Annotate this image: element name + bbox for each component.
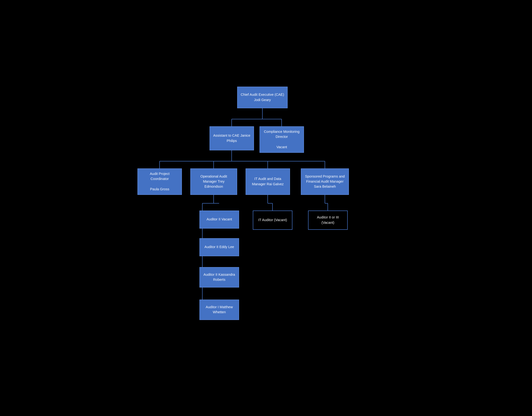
auditor2-kassandra-label: Auditor II Kassandra Roberts	[203, 272, 236, 282]
audit-coordinator-label: Audit Project CoordinatorPaula Gross	[141, 171, 179, 191]
operational-audit-label: Operational Audit Manager Trey Edmondson	[194, 174, 234, 189]
sponsored-label: Sponsored Programs and Financial Audit M…	[304, 174, 346, 189]
auditor23-vacant-node: Auditor II or III (Vacant)	[308, 210, 348, 230]
connector-lines	[128, 82, 404, 335]
operational-audit-node: Operational Audit Manager Trey Edmondson	[190, 168, 237, 195]
assistant-node: Assistant to CAE Janice Philips	[209, 126, 254, 150]
it-audit-label: IT Audit and Data Manager Rai Galvez	[249, 176, 287, 187]
audit-coordinator-node: Audit Project CoordinatorPaula Gross	[137, 168, 182, 195]
auditor1-matthew-label: Auditor I Matthew Whetten	[203, 305, 236, 315]
auditor1-matthew-node: Auditor I Matthew Whetten	[200, 299, 239, 320]
compliance-node: Compliance Monitoring DirectorVacant	[259, 126, 304, 153]
it-auditor-node: IT Auditor (Vacant)	[253, 210, 293, 230]
sponsored-node: Sponsored Programs and Financial Audit M…	[301, 168, 349, 195]
it-auditor-label: IT Auditor (Vacant)	[258, 218, 287, 223]
compliance-label: Compliance Monitoring DirectorVacant	[263, 129, 301, 149]
org-chart-wrapper: Chief Audit Executive (CAE) Jodi Geary A…	[128, 82, 404, 335]
auditor2-eddy-label: Auditor II Eddy Lee	[204, 244, 234, 249]
chart-area: Chief Audit Executive (CAE) Jodi Geary A…	[128, 82, 404, 335]
auditor2-kassandra-node: Auditor II Kassandra Roberts	[200, 267, 239, 287]
assistant-label: Assistant to CAE Janice Philips	[213, 133, 251, 143]
auditor2-vacant-node: Auditor II Vacant	[200, 210, 239, 228]
auditor2-vacant-label: Auditor II Vacant	[206, 217, 232, 222]
auditor23-vacant-label: Auditor II or III (Vacant)	[311, 215, 344, 225]
cae-node: Chief Audit Executive (CAE) Jodi Geary	[237, 87, 288, 108]
cae-label: Chief Audit Executive (CAE) Jodi Geary	[240, 92, 284, 102]
it-audit-node: IT Audit and Data Manager Rai Galvez	[246, 168, 290, 195]
auditor2-eddy-node: Auditor II Eddy Lee	[200, 238, 239, 256]
